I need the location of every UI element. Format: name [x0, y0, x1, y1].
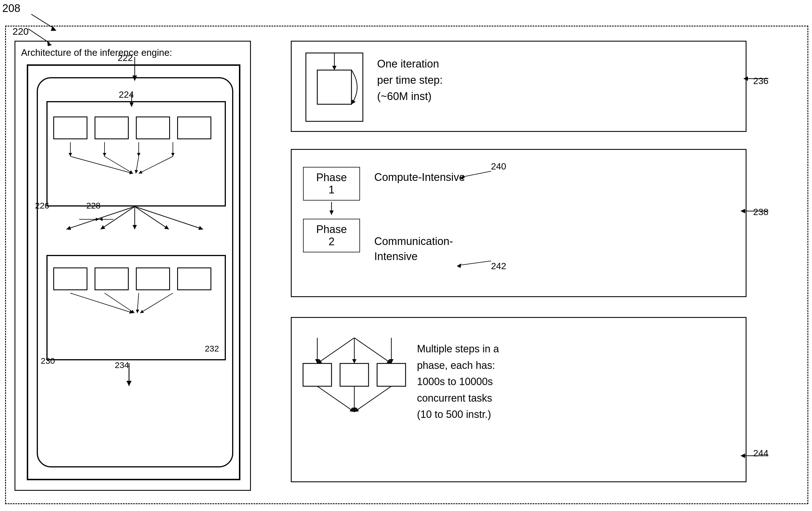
svg-marker-45 [741, 209, 745, 214]
left-panel: 220 Architecture of the inference engine… [14, 41, 251, 491]
svg-line-21 [135, 206, 169, 229]
svg-line-42 [460, 261, 491, 265]
svg-marker-3 [47, 41, 52, 46]
box-236-text: One iterationper time step:(~60M inst) [377, 56, 443, 105]
label-230: 230 [41, 356, 55, 366]
svg-line-14 [105, 157, 133, 173]
box-238: Phase 1 Phase 2 Compute-Intensive 240 Co… [291, 149, 747, 297]
arrow-240 [371, 166, 499, 180]
svg-rect-53 [303, 364, 331, 386]
svg-line-16 [139, 157, 173, 173]
bottom-group-box: 232 [47, 255, 226, 360]
phase-arrow [303, 201, 360, 218]
box-236: One iterationper time step:(~60M inst) 2… [291, 41, 747, 132]
iteration-diagram [303, 50, 366, 124]
svg-rect-55 [377, 364, 406, 386]
arrow-222-svg [129, 56, 146, 84]
svg-marker-43 [457, 263, 461, 268]
box-b1 [53, 267, 87, 290]
svg-rect-34 [317, 70, 351, 104]
svg-line-48 [317, 338, 354, 364]
box-t2 [94, 116, 129, 139]
inner-box: 222 224 [27, 64, 240, 480]
bottom-group-arrows [48, 290, 227, 347]
top-group-arrows [48, 139, 227, 196]
phase1-box: Phase 1 [303, 167, 360, 201]
box-t1 [53, 116, 87, 139]
svg-line-22 [135, 206, 203, 229]
box-244-text: Multiple steps in aphase, each has:1000s… [417, 341, 499, 423]
svg-line-40 [463, 171, 491, 177]
label-232: 232 [205, 344, 219, 353]
left-panel-title: Architecture of the inference engine: [21, 47, 172, 58]
svg-rect-54 [340, 364, 369, 386]
svg-line-27 [105, 293, 135, 313]
label-220: 220 [12, 26, 29, 37]
svg-marker-60 [741, 453, 745, 458]
top-box-row [53, 116, 211, 139]
svg-marker-37 [743, 76, 748, 81]
box-b4 [177, 267, 211, 290]
box-t4 [177, 116, 211, 139]
box-244: Multiple steps in aphase, each has:1000s… [291, 317, 747, 482]
box-b3 [136, 267, 170, 290]
svg-line-15 [136, 157, 139, 173]
multistep-diagram [300, 329, 408, 472]
svg-line-29 [140, 293, 173, 313]
main-outer-box: 220 Architecture of the inference engine… [5, 26, 808, 504]
svg-marker-41 [460, 175, 464, 180]
svg-line-2 [28, 29, 50, 43]
label-208: 208 [2, 2, 20, 15]
svg-marker-5 [133, 76, 137, 81]
svg-line-13 [70, 157, 133, 173]
bottom-box-row [53, 267, 211, 290]
arrow-238 [737, 202, 774, 220]
svg-line-18 [66, 206, 135, 229]
middle-arrows [38, 204, 234, 261]
svg-line-26 [70, 293, 133, 313]
inner-rounded-box: 222 224 [37, 77, 233, 467]
svg-line-28 [137, 293, 139, 313]
svg-line-50 [354, 338, 392, 364]
arrow-236 [740, 70, 774, 87]
arrow-220-svg [27, 27, 61, 50]
svg-marker-7 [129, 103, 134, 107]
top-group-box: 224 [47, 101, 226, 206]
svg-line-58 [354, 386, 392, 412]
arrow-242 [371, 252, 499, 269]
box-b2 [94, 267, 129, 290]
svg-line-56 [317, 386, 354, 412]
phase2-box: Phase 2 [303, 219, 360, 252]
arrow-244 [737, 447, 774, 464]
svg-line-19 [100, 206, 135, 229]
bottom-arrow [120, 360, 149, 395]
box-t3 [136, 116, 170, 139]
phase-diagram: Phase 1 Phase 2 [303, 167, 360, 252]
arrow-224-svg [129, 92, 143, 109]
